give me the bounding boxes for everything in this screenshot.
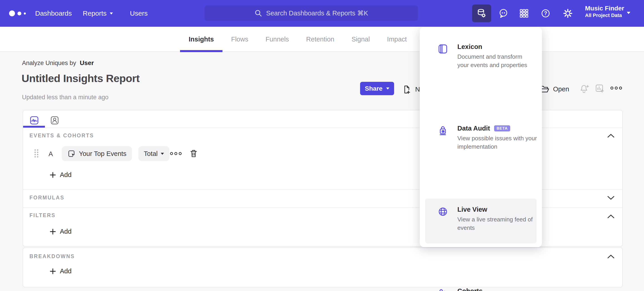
project-selector[interactable]: Music Finder All Project Data xyxy=(585,4,624,18)
expand-formulas-chevron-down-icon[interactable] xyxy=(607,196,614,200)
delete-event-trash-icon[interactable] xyxy=(189,148,199,158)
database-gear-icon xyxy=(476,8,487,19)
section-label-events: EVENTS & COHORTS xyxy=(30,133,94,139)
add-chart-icon[interactable] xyxy=(594,83,605,94)
analyze-by-line: Analyze Uniques by User xyxy=(22,59,94,67)
menu-item-lexicon[interactable]: Lexicon Document and transform your even… xyxy=(420,27,542,68)
tab-flows[interactable]: Flows xyxy=(222,27,257,52)
data-management-menu: Lexicon Document and transform your even… xyxy=(420,27,542,247)
nav-users[interactable]: Users xyxy=(130,0,148,27)
chevron-down-icon xyxy=(161,153,164,155)
share-button[interactable]: Share xyxy=(360,82,394,95)
feedback-chat-icon[interactable] xyxy=(498,8,509,19)
add-event-button[interactable]: Add xyxy=(50,171,72,179)
help-icon[interactable]: ? xyxy=(540,8,551,19)
svg-text:?: ? xyxy=(544,10,547,16)
top-navigation-bar: Dashboards Reports Users Search Dashboar… xyxy=(0,0,644,27)
menu-item-live-view[interactable]: Live View View a live streaming feed of … xyxy=(420,109,542,150)
new-document-icon xyxy=(402,84,412,94)
add-breakdown-button[interactable]: Add xyxy=(50,268,72,275)
search-placeholder: Search Dashboards & Reports ⌘K xyxy=(266,9,368,17)
event-more-options-button[interactable] xyxy=(170,152,182,155)
collapse-filters-chevron-up-icon[interactable] xyxy=(607,214,614,219)
nav-dashboards[interactable]: Dashboards xyxy=(35,0,72,27)
open-report-button[interactable]: Open xyxy=(539,84,569,94)
active-tab-underline xyxy=(23,126,45,128)
collapse-events-chevron-up-icon[interactable] xyxy=(607,133,614,138)
plus-icon xyxy=(50,228,56,235)
profiles-view-tab[interactable] xyxy=(50,115,60,126)
tab-impact[interactable]: Impact xyxy=(378,27,416,52)
report-tabs: Insights Flows Funnels Retention Signal … xyxy=(180,27,416,52)
chevron-down-icon xyxy=(386,87,389,89)
search-input[interactable]: Search Dashboards & Reports ⌘K xyxy=(204,5,418,21)
lexicon-book-icon xyxy=(438,43,448,54)
breakdowns-card: BREAKDOWNS Add xyxy=(23,248,623,287)
more-options-button[interactable] xyxy=(610,87,622,89)
project-scope: All Project Data xyxy=(585,12,624,18)
chevron-down-icon xyxy=(627,12,630,14)
page-title[interactable]: Untitled Insights Report xyxy=(22,72,140,84)
plus-icon xyxy=(50,268,56,275)
section-label-filters: FILTERS xyxy=(30,212,56,219)
apps-grid-icon[interactable] xyxy=(518,8,530,19)
metric-selector-button[interactable]: Total xyxy=(138,146,170,161)
updated-timestamp: Updated less than a minute ago xyxy=(22,94,108,101)
project-name: Music Finder xyxy=(585,4,624,12)
drag-handle[interactable] xyxy=(34,149,38,158)
section-label-breakdowns: BREAKDOWNS xyxy=(30,253,75,260)
tab-retention[interactable]: Retention xyxy=(298,27,343,52)
menu-item-data-audit[interactable]: Data Audit BETA View possible issues wit… xyxy=(420,68,542,109)
menu-item-integrations[interactable]: Integrations Connect Mixpanel to a data … xyxy=(420,199,542,243)
nav-reports[interactable]: Reports xyxy=(83,0,113,27)
analyze-label: Analyze Uniques by xyxy=(22,60,76,67)
metrics-view-tab[interactable] xyxy=(29,115,40,126)
mixpanel-logo-icon[interactable] xyxy=(9,0,26,27)
series-letter: A xyxy=(48,150,53,158)
menu-item-cohorts[interactable]: Cohorts Manage your saved cohorts xyxy=(420,150,542,190)
event-click-icon xyxy=(67,149,76,158)
analyze-value-user[interactable]: User xyxy=(80,59,94,67)
tab-signal[interactable]: Signal xyxy=(343,27,378,52)
tab-insights[interactable]: Insights xyxy=(180,27,222,52)
search-icon xyxy=(254,9,262,17)
section-label-formulas: FORMULAS xyxy=(30,195,64,201)
settings-gear-icon[interactable] xyxy=(562,8,573,19)
app-window: Dashboards Reports Users Search Dashboar… xyxy=(0,0,644,291)
event-selector-button[interactable]: Your Top Events xyxy=(62,146,132,161)
chevron-down-icon xyxy=(110,12,113,14)
add-filter-button[interactable]: Add xyxy=(50,228,72,235)
plus-icon xyxy=(50,172,56,178)
alert-bell-add-icon[interactable] xyxy=(579,83,589,94)
report-tabbar: Insights Flows Funnels Retention Signal … xyxy=(0,27,644,52)
cohorts-people-icon xyxy=(438,288,448,291)
tab-funnels[interactable]: Funnels xyxy=(257,27,298,52)
collapse-breakdowns-chevron-up-icon[interactable] xyxy=(607,254,614,259)
data-management-button[interactable] xyxy=(472,4,491,22)
